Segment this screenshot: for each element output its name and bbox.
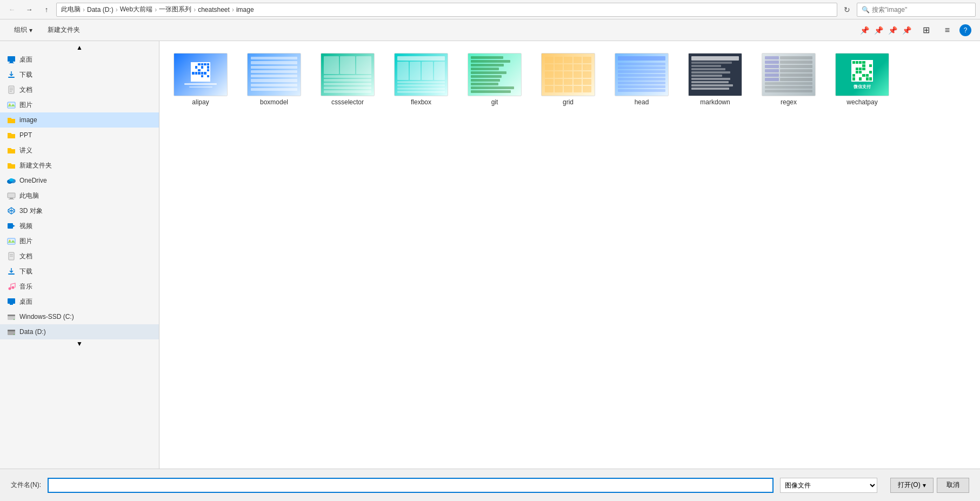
help-button[interactable]: ? (959, 24, 971, 36)
cancel-button[interactable]: 取消 (937, 478, 969, 493)
main-layout: ▲ 桌面 下载 文档 图片 (0, 41, 980, 469)
file-item-cssselector[interactable]: cssselector (315, 50, 380, 109)
file-item-boxmodel[interactable]: boxmodel (242, 50, 306, 109)
search-input[interactable] (872, 6, 971, 14)
forward-button[interactable]: → (22, 2, 37, 17)
svg-rect-31 (10, 304, 13, 305)
pin-button-3[interactable]: 📌 (887, 24, 899, 36)
svg-rect-0 (8, 56, 15, 62)
sidebar-item-onedrive[interactable]: OneDrive (0, 173, 159, 188)
sidebar-label-music: 音乐 (19, 282, 32, 291)
folder-lecture-icon (6, 145, 16, 155)
drive-d-icon (6, 327, 16, 337)
sidebar-item-download[interactable]: 下载 (0, 67, 159, 82)
open-button[interactable]: 打开(O) ▾ (890, 478, 934, 493)
sidebar-item-doc[interactable]: 文档 (0, 82, 159, 97)
sidebar-item-desktoppc[interactable]: 桌面 (0, 294, 159, 309)
refresh-button[interactable]: ↻ (839, 2, 855, 17)
file-name-markdown: markdown (700, 98, 730, 106)
downloads-icon (6, 266, 16, 276)
new-folder-button[interactable]: 新建文件夹 (42, 23, 85, 38)
svg-rect-15 (9, 199, 14, 199)
file-thumb-grid (541, 53, 595, 96)
video-icon (6, 221, 16, 231)
organize-button[interactable]: 组织 ▾ (9, 23, 38, 38)
sidebar-item-documents[interactable]: 文档 (0, 249, 159, 264)
sidebar-label-datad: Data (D:) (19, 328, 46, 336)
sidebar-item-image[interactable]: image (0, 112, 159, 128)
sidebar-label-onedrive: OneDrive (19, 177, 47, 184)
svg-marker-21 (13, 225, 15, 227)
sidebar-item-ppt[interactable]: PPT (0, 128, 159, 143)
file-item-wechatpay[interactable]: 微信支付 wechatpay (830, 50, 895, 109)
pic-icon (6, 100, 16, 110)
sidebar-item-lecture[interactable]: 讲义 (0, 143, 159, 158)
sidebar-item-thispc[interactable]: 此电脑 (0, 188, 159, 203)
file-name-head: head (635, 98, 649, 106)
sidebar-item-3d[interactable]: 3D 对象 (0, 203, 159, 218)
onedrive-icon (6, 176, 16, 185)
scroll-up-indicator[interactable]: ▲ (0, 43, 159, 52)
sidebar-item-pic[interactable]: 图片 (0, 97, 159, 112)
svg-point-37 (14, 334, 15, 335)
sidebar-item-desktop[interactable]: 桌面 (0, 52, 159, 67)
drive-c-icon (6, 312, 16, 322)
sidebar-item-newfolder[interactable]: 新建文件夹 (0, 158, 159, 173)
file-item-grid[interactable]: grid (536, 50, 601, 109)
breadcrumb-item-4[interactable]: cheatsheet (198, 6, 230, 14)
svg-rect-1 (10, 62, 13, 63)
view-details-button[interactable]: ≡ (939, 23, 955, 38)
sidebar-label-pic: 图片 (19, 101, 32, 110)
file-item-flexbox[interactable]: flexbox (389, 50, 454, 109)
up-button[interactable]: ↑ (39, 2, 54, 17)
filetype-select[interactable]: 图像文件 (780, 478, 877, 493)
sidebar-label-downloads: 下载 (19, 267, 32, 276)
breadcrumb-item-2[interactable]: Web大前端 (120, 5, 152, 14)
file-item-head[interactable]: head (609, 50, 674, 109)
pin-button-1[interactable]: 📌 (859, 24, 871, 36)
bottom-bar: 文件名(N): 图像文件 打开(O) ▾ 取消 (0, 469, 980, 501)
file-thumb-head (615, 53, 669, 96)
breadcrumb-item-1[interactable]: Data (D:) (87, 6, 114, 14)
images-icon (6, 236, 16, 246)
file-grid: alipay boxmodel cssselector flexbox git … (168, 50, 971, 109)
view-large-icons-button[interactable]: ⊞ (917, 23, 935, 38)
organize-label: 组织 (14, 25, 27, 35)
file-item-alipay[interactable]: alipay (168, 50, 233, 109)
sidebar-label-ppt: PPT (19, 131, 32, 139)
file-name-flexbox: flexbox (411, 98, 431, 106)
file-item-regex[interactable]: regex (756, 50, 821, 109)
file-item-git[interactable]: git (462, 50, 527, 109)
back-button[interactable]: ← (4, 2, 19, 17)
sidebar-item-music[interactable]: 音乐 (0, 279, 159, 294)
file-thumb-cssselector (321, 53, 375, 96)
thispc-icon (6, 191, 16, 201)
sidebar-item-video[interactable]: 视频 (0, 218, 159, 233)
breadcrumb[interactable]: 此电脑 › Data (D:) › Web大前端 › 一张图系列 › cheat… (56, 3, 837, 17)
pin-area: 📌 📌 📌 📌 (859, 24, 913, 36)
filename-input[interactable] (48, 478, 774, 493)
svg-rect-14 (10, 198, 13, 199)
sidebar-item-downloads[interactable]: 下载 (0, 264, 159, 279)
svg-rect-27 (8, 273, 15, 275)
svg-rect-36 (8, 330, 15, 331)
breadcrumb-item-5[interactable]: image (236, 6, 254, 14)
pin-button-2[interactable]: 📌 (873, 24, 885, 36)
breadcrumb-item-0[interactable]: 此电脑 (61, 5, 81, 14)
svg-rect-3 (8, 77, 15, 78)
svg-rect-20 (8, 223, 13, 229)
breadcrumb-item-3[interactable]: 一张图系列 (159, 5, 191, 14)
sidebar-item-images[interactable]: 图片 (0, 233, 159, 249)
sidebar-item-winc[interactable]: Windows-SSD (C:) (0, 309, 159, 324)
desktop-pc-icon (6, 297, 16, 306)
file-name-git: git (491, 98, 498, 106)
scroll-down-indicator[interactable]: ▼ (0, 339, 159, 348)
file-item-markdown[interactable]: markdown (683, 50, 748, 109)
folder-image-icon (6, 115, 16, 125)
sidebar-label-newfolder: 新建文件夹 (19, 161, 52, 170)
sidebar-item-datad[interactable]: Data (D:) (0, 324, 159, 339)
pin-button-4[interactable]: 📌 (901, 24, 913, 36)
sidebar-label-image: image (19, 116, 37, 124)
svg-point-34 (14, 319, 15, 320)
search-icon: 🔍 (862, 6, 870, 14)
